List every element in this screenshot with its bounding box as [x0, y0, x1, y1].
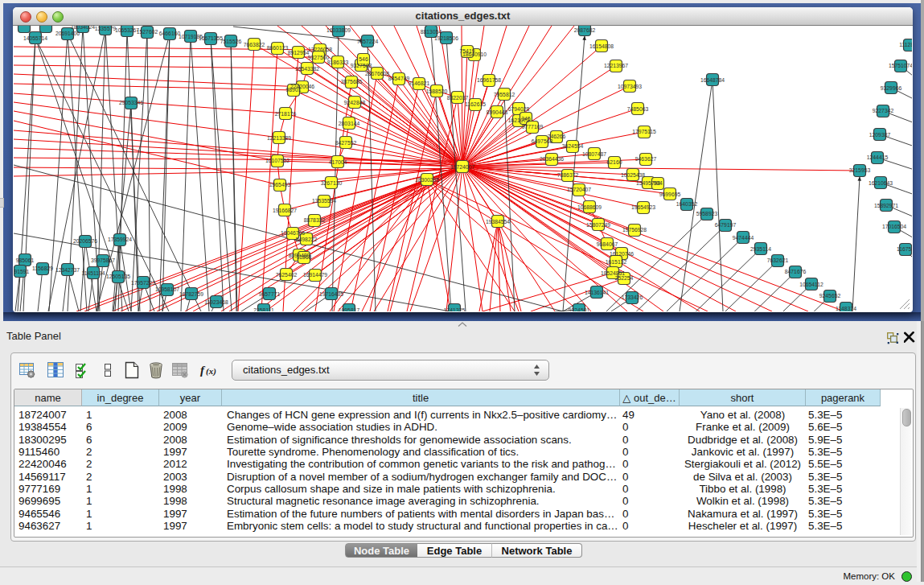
svg-text:16210643: 16210643 [869, 180, 893, 186]
svg-text:7625402: 7625402 [276, 272, 298, 278]
svg-text:6466160: 6466160 [159, 31, 181, 36]
svg-text:16782759: 16782759 [179, 291, 203, 297]
svg-text:12342737: 12342737 [55, 267, 80, 273]
svg-text:9146821: 9146821 [409, 80, 430, 86]
svg-text:8322037: 8322037 [447, 95, 469, 101]
svg-text:1527602: 1527602 [137, 29, 158, 35]
svg-text:8471676: 8471676 [785, 269, 807, 274]
svg-text:16107552: 16107552 [265, 158, 290, 163]
svg-text:19166827: 19166827 [273, 208, 297, 213]
svg-text:1640352: 1640352 [676, 201, 698, 207]
svg-text:f: f [200, 364, 206, 377]
svg-text:14055714: 14055714 [23, 35, 47, 41]
svg-text:10653267: 10653267 [115, 27, 139, 33]
svg-text:13226058: 13226058 [308, 47, 332, 52]
svg-text:9327508: 9327508 [351, 63, 372, 68]
svg-text:9327500: 9327500 [308, 55, 330, 60]
svg-text:11868: 11868 [297, 254, 312, 260]
svg-text:8427552: 8427552 [335, 140, 357, 146]
svg-text:62160: 62160 [607, 159, 622, 165]
svg-text:8813054: 8813054 [421, 29, 442, 35]
svg-text:9684067: 9684067 [597, 241, 618, 247]
svg-text:1209387: 1209387 [869, 132, 891, 138]
svg-text:7632621: 7632621 [767, 257, 789, 263]
svg-text:9699695: 9699695 [659, 192, 681, 197]
svg-text:1148374: 1148374 [836, 306, 856, 311]
svg-text:20364436: 20364436 [540, 156, 564, 162]
svg-text:1112841: 1112841 [899, 42, 912, 47]
svg-text:12213389: 12213389 [267, 135, 291, 141]
svg-text:5958923: 5958923 [696, 211, 718, 216]
svg-text:8878332: 8878332 [304, 217, 326, 223]
svg-text:417004: 417004 [329, 159, 347, 165]
svg-text:11923468: 11923468 [204, 299, 228, 305]
svg-text:20691406: 20691406 [55, 31, 80, 36]
svg-text:10046766: 10046766 [281, 230, 305, 236]
svg-text:9474444: 9474444 [733, 235, 754, 241]
svg-text:26676608: 26676608 [365, 71, 389, 76]
svg-text:546: 546 [359, 56, 368, 62]
svg-text:12213967: 12213967 [604, 63, 628, 68]
svg-text:1965493: 1965493 [269, 182, 291, 187]
svg-text:8660123: 8660123 [267, 45, 289, 51]
svg-text:746266: 746266 [548, 134, 566, 139]
svg-text:10807487: 10807487 [582, 151, 606, 157]
svg-text:16543382: 16543382 [295, 66, 319, 72]
svg-text:6497568: 6497568 [532, 138, 553, 144]
svg-text:8454749: 8454749 [388, 76, 410, 81]
svg-text:1156829: 1156829 [32, 266, 53, 271]
svg-text:16648784: 16648784 [700, 77, 725, 83]
svg-text:3267130: 3267130 [321, 180, 343, 186]
svg-text:9329966: 9329966 [881, 85, 902, 91]
svg-text:10025438: 10025438 [621, 172, 645, 178]
svg-text:391591: 391591 [14, 269, 30, 274]
svg-text:19756928: 19756928 [622, 227, 647, 233]
svg-text:3875685: 3875685 [341, 79, 363, 84]
svg-text:9324501: 9324501 [569, 307, 590, 311]
svg-text:8186323: 8186323 [327, 60, 349, 65]
svg-text:20206576: 20206576 [73, 238, 97, 244]
svg-text:16120746: 16120746 [610, 251, 634, 257]
svg-text:12505135: 12505135 [106, 274, 130, 279]
svg-text:2358111: 2358111 [253, 307, 274, 311]
svg-text:2803144: 2803144 [339, 121, 360, 126]
svg-text:9227342: 9227342 [873, 108, 894, 113]
svg-text:11451194: 11451194 [81, 270, 105, 276]
svg-text:14136141: 14136141 [585, 290, 609, 295]
svg-text:18034024: 18034024 [71, 26, 95, 30]
svg-text:16671355: 16671355 [199, 35, 223, 41]
svg-text:1162615: 1162615 [465, 101, 486, 107]
svg-text:9657771: 9657771 [259, 291, 281, 297]
svg-text:15720407: 15720407 [567, 187, 591, 192]
svg-text:6794028: 6794028 [508, 106, 530, 112]
svg-text:19716485: 19716485 [319, 291, 343, 297]
svg-text:29053346: 29053346 [119, 100, 143, 105]
svg-text:8912954: 8912954 [288, 50, 310, 56]
svg-text:1741325: 1741325 [444, 307, 466, 311]
svg-text:7857224: 7857224 [357, 39, 379, 44]
svg-text:7955812: 7955812 [494, 92, 515, 97]
svg-text:3215953: 3215953 [849, 167, 871, 173]
svg-text:8990448: 8990448 [487, 109, 508, 115]
svg-text:985061: 985061 [16, 257, 35, 263]
svg-text:9777169: 9777169 [522, 124, 544, 130]
svg-text:16154808: 16154808 [589, 43, 614, 49]
svg-text:1244415: 1244415 [867, 154, 889, 160]
svg-text:9242848: 9242848 [344, 100, 366, 105]
svg-text:3624554: 3624554 [562, 143, 584, 149]
svg-text:10958107: 10958107 [155, 286, 179, 292]
svg-text:9245652: 9245652 [819, 293, 841, 299]
svg-text:17957223: 17957223 [131, 280, 155, 286]
svg-text:75419: 75419 [460, 48, 475, 54]
svg-text:9463627: 9463627 [635, 156, 657, 162]
svg-text:13535594: 13535594 [312, 198, 336, 204]
svg-text:7485063: 7485063 [627, 106, 649, 112]
svg-text:2718176: 2718176 [275, 111, 297, 117]
svg-text:15807249: 15807249 [586, 222, 610, 228]
svg-text:17359924: 17359924 [108, 237, 132, 242]
svg-text:1095817: 1095817 [339, 307, 360, 311]
svg-text:19218506: 19218506 [434, 35, 458, 41]
svg-text:252254: 252254 [615, 275, 634, 281]
svg-text:16914479: 16914479 [303, 272, 327, 278]
svg-text:10973493: 10973493 [618, 84, 642, 89]
